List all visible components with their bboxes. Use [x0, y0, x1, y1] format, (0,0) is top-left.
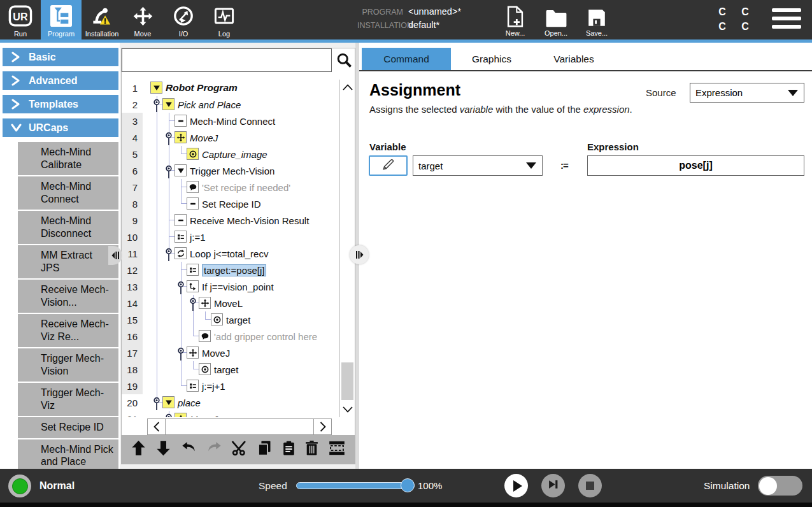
- header-tab-move[interactable]: Move: [122, 0, 163, 39]
- collapse-pin-icon[interactable]: [189, 297, 197, 311]
- save-icon: [587, 3, 607, 28]
- hamburger-menu-icon[interactable]: [772, 8, 801, 33]
- tree-guide-line: [169, 146, 169, 162]
- session-initial[interactable]: C: [715, 21, 730, 32]
- session-initial[interactable]: C: [737, 21, 753, 32]
- tree-row[interactable]: 1Robot Program: [122, 80, 355, 96]
- sidebar-category-advanced[interactable]: Advanced: [3, 71, 118, 90]
- collapse-pin-icon[interactable]: [177, 280, 185, 294]
- tree-row[interactable]: 5Capture_image: [122, 146, 355, 162]
- tree-row[interactable]: 13If j==vision_point: [122, 278, 355, 295]
- tree-horizontal-scrollbar[interactable]: [147, 418, 332, 435]
- sidebar-collapse-handle[interactable]: [108, 246, 122, 265]
- speed-slider-track[interactable]: [296, 482, 415, 489]
- header-tab-log[interactable]: Log: [204, 0, 245, 39]
- tree-row[interactable]: 10j:=1: [122, 229, 355, 245]
- session-initial[interactable]: C: [715, 6, 730, 18]
- sidebar-item-mech-mind-calibrate[interactable]: Mech-Mind Calibrate: [18, 142, 118, 175]
- tree-node-label: Loop j<=total_recv: [190, 245, 268, 262]
- session-initial[interactable]: C: [737, 6, 753, 18]
- assign-node-icon: [187, 380, 199, 392]
- sidebar-category-basic[interactable]: Basic: [3, 48, 118, 66]
- expression-field[interactable]: pose[j]: [587, 155, 804, 176]
- header-tab-program[interactable]: Program: [41, 0, 82, 39]
- header-tab-installation[interactable]: Installation: [82, 0, 122, 39]
- tree-row[interactable]: 8Set Recipe ID: [122, 196, 355, 212]
- tab-graphics[interactable]: Graphics: [451, 48, 532, 70]
- redo-button[interactable]: [205, 439, 224, 459]
- move-down-button[interactable]: [155, 439, 172, 459]
- sidebar-item-trigger-mech-vision[interactable]: Trigger Mech-Vision: [18, 348, 118, 382]
- tree-row[interactable]: 17MoveJ: [122, 345, 355, 361]
- cut-button[interactable]: [231, 439, 248, 459]
- step-button[interactable]: [541, 474, 565, 497]
- move-up-button[interactable]: [130, 439, 147, 459]
- status-green-light: [12, 478, 28, 494]
- sidebar-category-templates[interactable]: Templates: [3, 95, 118, 113]
- copy-button[interactable]: [256, 439, 273, 459]
- delete-button[interactable]: [304, 439, 320, 459]
- paste-button[interactable]: [281, 439, 297, 459]
- panel-divider-handle[interactable]: [350, 245, 369, 264]
- tree-row[interactable]: 15target: [122, 311, 355, 328]
- sidebar-item-set-recipe-id[interactable]: Set Recipe ID: [18, 417, 118, 438]
- sidebar-item-receive-mech-vision[interactable]: Receive Mech-Vision...: [18, 280, 118, 313]
- tree-row[interactable]: 2Pick and Place: [122, 96, 355, 113]
- variable-dropdown[interactable]: target: [413, 155, 543, 176]
- sidebar-item-mm-extract-jps[interactable]: MM Extract JPS: [18, 245, 118, 278]
- header-tab-io[interactable]: I/O: [163, 0, 204, 39]
- tree-row[interactable]: 14MoveL: [122, 295, 355, 311]
- undo-button[interactable]: [180, 439, 198, 459]
- sidebar-item-trigger-mech-viz[interactable]: Trigger Mech-Viz: [18, 383, 118, 416]
- tree-row[interactable]: 21MoveJ: [122, 411, 355, 417]
- search-icon[interactable]: [336, 52, 353, 71]
- collapse-pin-icon[interactable]: [165, 131, 173, 145]
- tree-row[interactable]: 12target:=pose[j]: [122, 262, 355, 278]
- tree-row[interactable]: 18target: [122, 361, 355, 378]
- collapse-pin-icon[interactable]: [165, 413, 173, 417]
- open-button[interactable]: Open...: [541, 3, 571, 37]
- tree-row[interactable]: 6Trigger Mech-Vision: [122, 162, 355, 179]
- tree-row[interactable]: 3Mech-Mind Connect: [122, 113, 355, 129]
- sidebar-category-urcaps[interactable]: URCaps: [3, 118, 118, 137]
- header-tab-run[interactable]: URRun: [0, 0, 41, 39]
- simulation-toggle[interactable]: [758, 476, 802, 496]
- tree-search-input[interactable]: [122, 48, 332, 72]
- collapse-pin-icon[interactable]: [177, 346, 185, 361]
- collapse-pin-icon[interactable]: [165, 247, 173, 261]
- tree-guide-line: [157, 245, 157, 262]
- tree-guide-line: [181, 328, 182, 345]
- collapse-pin-icon[interactable]: [153, 98, 160, 112]
- tree-row[interactable]: 9Receive Mech-Vision Result: [122, 212, 355, 229]
- rename-variable-button[interactable]: [369, 155, 408, 176]
- tree-row[interactable]: 11Loop j<=total_recv: [122, 245, 355, 262]
- scroll-up-icon[interactable]: [340, 80, 355, 95]
- sidebar-item-mech-mind-disconnect[interactable]: Mech-Mind Disconnect: [18, 211, 118, 244]
- line-number: 13: [122, 278, 143, 295]
- stop-button[interactable]: [578, 474, 602, 497]
- tree-row[interactable]: 16'add gripper control here: [122, 328, 355, 345]
- scroll-right-icon[interactable]: [313, 419, 331, 434]
- scroll-down-icon[interactable]: [340, 402, 355, 417]
- speed-slider-thumb[interactable]: [401, 478, 415, 492]
- sidebar-item-mech-mind-pick-and-place[interactable]: Mech-Mind Pick and Place: [18, 439, 118, 473]
- command-panel: CommandGraphicsVariables Assignment Sour…: [359, 43, 812, 469]
- save-button[interactable]: Save...: [582, 3, 611, 37]
- scroll-left-icon[interactable]: [148, 419, 166, 434]
- collapse-pin-icon[interactable]: [153, 396, 160, 410]
- collapse-pin-icon[interactable]: [165, 164, 173, 178]
- new-button[interactable]: New...: [501, 3, 530, 37]
- tab-variables[interactable]: Variables: [532, 48, 615, 70]
- play-button[interactable]: [504, 474, 528, 497]
- tree-row[interactable]: 4MoveJ: [122, 129, 355, 146]
- tree-row[interactable]: 19j:=j+1: [122, 378, 355, 394]
- tab-command[interactable]: Command: [362, 48, 451, 70]
- scrollbar-thumb[interactable]: [341, 362, 353, 400]
- program-name: <unnamed>*: [408, 6, 461, 17]
- tree-row[interactable]: 7'Set recipe if needed': [122, 179, 355, 196]
- sidebar-item-mech-mind-connect[interactable]: Mech-Mind Connect: [18, 176, 118, 210]
- source-dropdown[interactable]: Expression: [690, 83, 804, 103]
- suppress-button[interactable]: [327, 439, 346, 459]
- tree-row[interactable]: 20place: [122, 394, 355, 411]
- sidebar-item-receive-mech-viz-re[interactable]: Receive Mech-Viz Re...: [18, 314, 118, 347]
